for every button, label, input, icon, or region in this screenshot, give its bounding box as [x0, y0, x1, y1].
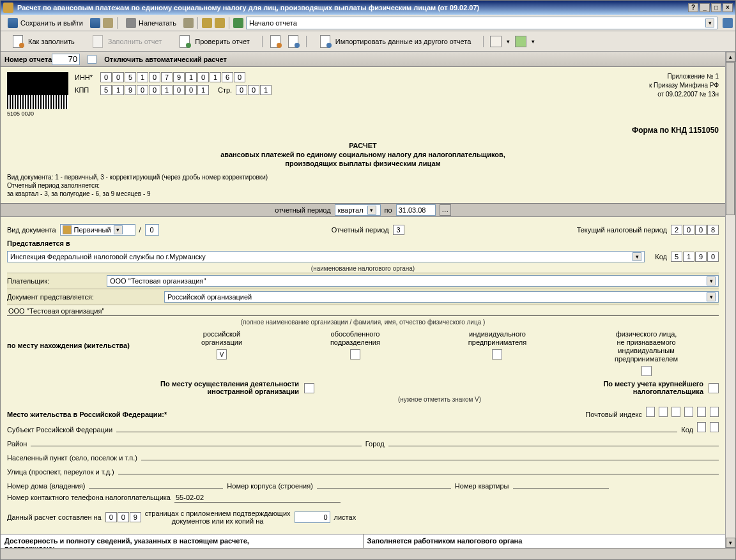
inn-cells: 005107910160: [100, 72, 245, 82]
check-button[interactable]: Проверить отчет: [172, 32, 256, 51]
refresh-icon[interactable]: [723, 18, 733, 28]
submit-to-field[interactable]: Инспекция Федеральной налоговой службы п…: [7, 251, 645, 262]
print-preview-icon[interactable]: [183, 18, 194, 28]
phone-label: Номер контактного телефона налогоплатель…: [7, 494, 171, 501]
chevron-down-icon: ▾: [707, 292, 716, 301]
phone-field[interactable]: 55-02-02: [174, 494, 341, 503]
loc-c3: индивидуальногопредпринимателя: [468, 330, 526, 347]
chevron-down-icon: ▾: [705, 19, 714, 27]
fill-button[interactable]: Заполнить отчет: [86, 32, 168, 51]
vertical-scrollbar[interactable]: ▴ ▾: [725, 52, 735, 548]
payer-fullname-sub: (полное наименование организации / фамил…: [7, 318, 719, 326]
howto-button[interactable]: Как заполнить: [6, 32, 80, 51]
post-label: Почтовый индекс: [585, 411, 642, 418]
loc-c2: обособленногоподразделения: [330, 330, 380, 347]
tax-period-label: Текущий налоговый период: [577, 226, 667, 234]
separator: [262, 36, 263, 47]
barcode: [7, 72, 68, 109]
form-code: Форма по КНД 1151050: [7, 126, 719, 135]
document-area: Номер отчета Отключить автоматический ра…: [1, 52, 725, 548]
korp-field[interactable]: [317, 480, 451, 488]
report-number-label: Номер отчета: [4, 56, 52, 63]
corr-number[interactable]: 0: [145, 224, 159, 236]
save-icon: [8, 18, 18, 28]
subj-code-label: Код: [681, 426, 693, 434]
scroll-thumb[interactable]: [726, 62, 735, 215]
statusbar: [1, 548, 735, 559]
flat-field[interactable]: [513, 480, 609, 488]
separator: [229, 17, 229, 29]
raion-field[interactable]: [31, 437, 361, 446]
np-label: Населенный пункт (село, поселок и т.п.): [7, 454, 137, 462]
zoom-in-icon[interactable]: [202, 18, 212, 28]
loc-chk-4[interactable]: [641, 366, 652, 376]
subj-label: Субъект Российской Федерации: [7, 426, 112, 434]
loc-chk-2[interactable]: [350, 349, 360, 359]
section-selector[interactable]: Начало отчета ▾: [246, 17, 717, 29]
house-label: Номер дома (владения): [7, 482, 85, 490]
korp-label: Номер корпуса (строения): [227, 482, 313, 490]
misc-icon-2[interactable]: [515, 36, 526, 47]
flat-label: Номер квартиры: [455, 482, 509, 490]
loc-chk-1[interactable]: V: [217, 349, 227, 359]
np-field[interactable]: [141, 451, 719, 460]
print-button[interactable]: Напечатать: [121, 16, 181, 30]
play-icon[interactable]: [233, 18, 243, 28]
submit-code-label: Код: [655, 253, 667, 261]
misc-icon-1[interactable]: [490, 36, 502, 47]
min-button[interactable]: _: [700, 3, 710, 12]
addr-header: Место жительства в Российской Федерации:…: [7, 411, 167, 418]
howto-icon: [12, 35, 24, 48]
period-date[interactable]: 31.03.08: [396, 204, 436, 216]
city-field[interactable]: [388, 437, 719, 446]
close-button[interactable]: ×: [723, 3, 733, 12]
import-button[interactable]: Импортировать данные из другого отчета: [313, 32, 477, 51]
loc-chk-6[interactable]: [709, 383, 719, 393]
separator: [197, 17, 198, 29]
pages-count-cells: 009: [105, 512, 141, 522]
footer-sections: Достоверность и полноту сведений, указан…: [1, 534, 725, 548]
pages-l1: Данный расчет составлен на: [7, 513, 102, 521]
save-icon-btn[interactable]: [90, 18, 100, 28]
export-icon[interactable]: [269, 35, 282, 48]
save-doc-icon[interactable]: [287, 35, 300, 48]
report-number-input[interactable]: [52, 54, 80, 65]
titlebar: Расчет по авансовым платежам по единому …: [1, 1, 735, 15]
pages-l3: листах: [334, 513, 356, 521]
date-picker-button[interactable]: …: [440, 204, 451, 216]
kpp-cells: 519001001: [100, 85, 209, 95]
chevron-down-icon: ▾: [367, 206, 376, 215]
payer-field[interactable]: ООО ''Тестовая организация''▾: [107, 275, 719, 287]
doc-kind-select[interactable]: Первичный▾: [60, 224, 135, 236]
loc-note: (нужное отметить знаком V): [160, 395, 719, 404]
house-field[interactable]: [89, 480, 223, 488]
att-count[interactable]: 0: [295, 511, 330, 523]
street-label: Улица (проспект, переулок и т.д.): [7, 468, 114, 476]
location-header: по месту нахождения (жительства): [7, 330, 154, 349]
save-exit-button[interactable]: Сохранить и выйти: [3, 16, 88, 30]
page-label: Стр.: [218, 86, 232, 94]
loc-r2b: По месту учета крупнейшего налогоплатель…: [603, 380, 703, 395]
pages-l2: страницах с приложением подтверждающихдо…: [145, 510, 291, 525]
zoom-out-icon[interactable]: [215, 18, 225, 28]
help-button[interactable]: ?: [688, 3, 698, 12]
submit-code-cells: 5190: [671, 252, 719, 262]
autocalc-checkbox[interactable]: [88, 55, 96, 64]
street-field[interactable]: [118, 465, 719, 474]
chevron-down-icon: ▾: [707, 276, 716, 285]
loc-chk-3[interactable]: [492, 349, 502, 359]
loc-c1: российскойорганизации: [201, 330, 242, 347]
copy-icon-btn[interactable]: [103, 18, 113, 28]
payer-fullname[interactable]: ООО ''Тестовая организация'': [7, 307, 719, 316]
inn-label: ИНН*: [75, 73, 96, 81]
scroll-down-button[interactable]: ▾: [726, 538, 735, 548]
doc-presented-field[interactable]: Российской организацией▾: [164, 291, 719, 303]
page-cells: 001: [236, 85, 272, 95]
period-select[interactable]: квартал▾: [335, 204, 381, 216]
scroll-up-button[interactable]: ▴: [726, 52, 735, 62]
max-button[interactable]: □: [711, 3, 721, 12]
loc-chk-5[interactable]: [304, 383, 314, 393]
report-header-bar: Номер отчета Отключить автоматический ра…: [1, 52, 725, 67]
report-period-cell[interactable]: 3: [393, 225, 404, 235]
subj-field[interactable]: [116, 423, 677, 432]
